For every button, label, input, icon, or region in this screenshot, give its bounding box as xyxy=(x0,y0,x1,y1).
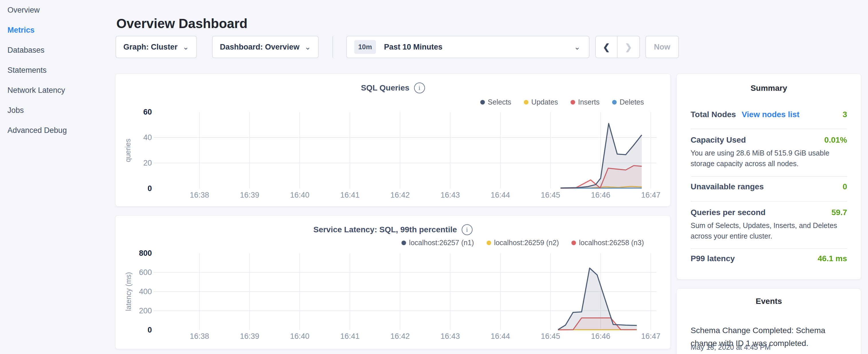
dashboard-dropdown-label: Dashboard: Overview xyxy=(220,43,300,52)
series-area-Selects xyxy=(560,123,642,189)
summary-label: Total Nodes xyxy=(691,110,736,119)
summary-row-queries-per-second: Queries per second 59.7 xyxy=(691,208,847,217)
sidebar-item-advanced-debug[interactable]: Advanced Debug xyxy=(0,120,109,140)
divider xyxy=(691,248,847,249)
y-axis-label: queries xyxy=(123,113,132,188)
divider xyxy=(691,129,847,129)
events-title: Events xyxy=(677,297,861,306)
graph-dropdown-label: Graph: Cluster xyxy=(124,43,178,52)
chevron-down-icon: ⌄ xyxy=(305,43,311,51)
graph-dropdown[interactable]: Graph: Cluster ⌄ xyxy=(116,36,197,58)
time-range-label: Past 10 Minutes xyxy=(384,43,442,52)
time-step-buttons: ❮ ❯ xyxy=(595,36,640,58)
summary-description: Sum of Selects, Updates, Inserts, and De… xyxy=(691,220,848,242)
events-panel: Events Schema Change Completed: Schema c… xyxy=(677,288,861,354)
summary-label: Capacity Used xyxy=(691,135,746,144)
service-latency-chart-card: Service Latency: SQL, 99th percentile i … xyxy=(115,215,671,349)
chart-plot-area[interactable]: 16:3816:3916:4016:4116:4216:4316:4416:45… xyxy=(116,216,670,349)
chevron-left-icon: ❮ xyxy=(602,42,610,52)
time-range-badge: 10m xyxy=(354,40,376,54)
dashboard-dropdown[interactable]: Dashboard: Overview ⌄ xyxy=(212,36,319,58)
summary-value: 0 xyxy=(842,182,847,191)
page-title: Overview Dashboard xyxy=(116,16,248,31)
chevron-down-icon: ⌄ xyxy=(574,43,580,51)
summary-title: Summary xyxy=(677,84,861,93)
y-axis-label: latency (ms) xyxy=(124,254,133,329)
now-button[interactable]: Now xyxy=(645,36,679,58)
sql-queries-chart-card: SQL Queries i SelectsUpdatesInsertsDelet… xyxy=(115,74,671,206)
time-step-forward-button[interactable]: ❯ xyxy=(618,36,639,58)
divider xyxy=(691,201,847,202)
db-console-page: Overview Metrics Databases Statements Ne… xyxy=(0,0,868,354)
summary-label: P99 latency xyxy=(691,254,735,263)
event-item-timestamp: May 13, 2020 at 4:45 PM xyxy=(691,343,848,351)
controls-divider xyxy=(333,36,333,58)
summary-row-unavailable-ranges: Unavailable ranges 0 xyxy=(691,182,847,191)
summary-value: 46.1 ms xyxy=(817,254,847,263)
chart-canvas[interactable] xyxy=(116,74,671,206)
summary-row-capacity-used: Capacity Used 0.01% xyxy=(691,135,847,144)
sidebar-item-databases[interactable]: Databases xyxy=(0,40,109,60)
summary-description: You are using 28.6 MiB of 515.9 GiB usab… xyxy=(691,148,848,169)
divider xyxy=(691,176,847,177)
summary-row-total-nodes: Total Nodes View nodes list 3 xyxy=(691,110,847,119)
summary-row-p99-latency: P99 latency 46.1 ms xyxy=(691,254,847,263)
time-range-selector[interactable]: 10m Past 10 Minutes ⌄ xyxy=(346,36,589,58)
summary-value: 59.7 xyxy=(832,208,847,217)
chart-canvas[interactable] xyxy=(116,216,671,349)
chevron-down-icon: ⌄ xyxy=(183,43,189,51)
sidebar-item-metrics[interactable]: Metrics xyxy=(0,20,109,40)
sidebar: Overview Metrics Databases Statements Ne… xyxy=(0,0,109,354)
view-nodes-list-link[interactable]: View nodes list xyxy=(742,110,800,119)
series-area-localhost:26257 (n1) xyxy=(558,268,637,330)
chevron-right-icon: ❯ xyxy=(625,42,632,52)
summary-value: 0.01% xyxy=(825,135,847,144)
now-button-label: Now xyxy=(654,43,670,52)
summary-label: Queries per second xyxy=(691,208,766,217)
sidebar-item-network-latency[interactable]: Network Latency xyxy=(0,80,109,100)
sidebar-item-overview[interactable]: Overview xyxy=(0,0,109,20)
chart-plot-area[interactable]: 16:3816:3916:4016:4116:4216:4316:4416:45… xyxy=(116,74,670,206)
sidebar-item-statements[interactable]: Statements xyxy=(0,60,109,80)
sidebar-item-jobs[interactable]: Jobs xyxy=(0,100,109,120)
time-step-back-button[interactable]: ❮ xyxy=(596,36,618,58)
summary-value: 3 xyxy=(842,110,847,119)
summary-panel: Summary Total Nodes View nodes list 3 Ca… xyxy=(677,74,861,280)
summary-label: Unavailable ranges xyxy=(691,182,764,191)
